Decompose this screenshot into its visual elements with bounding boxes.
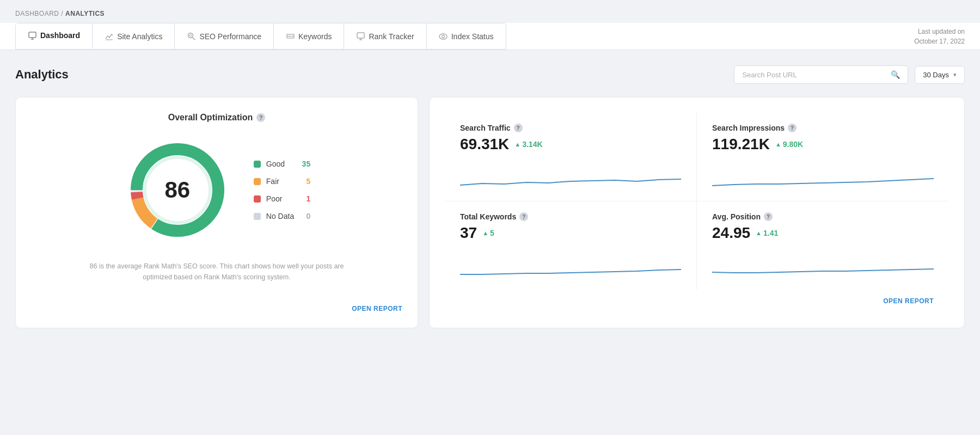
days-filter-dropdown[interactable]: 30 Days ▾: [915, 66, 965, 84]
legend-item-good: Good 35: [254, 160, 310, 168]
days-filter-label: 30 Days: [923, 71, 949, 79]
search-url-box[interactable]: 🔍: [734, 65, 908, 84]
tabs-container: Dashboard Site Analytics SEO Performance: [15, 23, 506, 50]
cards-row: Overall Optimization ?: [15, 97, 965, 328]
legend-item-nodata: No Data 0: [254, 212, 310, 220]
search-traffic-sparkline: [460, 161, 681, 188]
list-icon: [286, 32, 295, 41]
optimization-legend: Good 35 Fair 5 Poor 1 N: [254, 160, 310, 220]
tab-index-status[interactable]: Index Status: [427, 23, 506, 49]
poor-count: 1: [299, 194, 310, 203]
search-impressions-help-icon[interactable]: ?: [788, 124, 797, 132]
search-impressions-delta: ▲ 9.80K: [775, 140, 803, 149]
breadcrumb-separator: /: [61, 10, 63, 17]
fair-dot: [254, 178, 261, 185]
svg-rect-0: [29, 32, 36, 38]
page-title: Analytics: [15, 68, 69, 82]
legend-item-poor: Poor 1: [254, 194, 310, 203]
fair-count: 5: [299, 177, 310, 186]
monitor2-icon: [356, 32, 365, 41]
tab-index-status-label: Index Status: [451, 32, 494, 41]
avg-position-sparkline: [712, 249, 934, 277]
tab-seo-performance-label: SEO Performance: [199, 32, 261, 41]
total-keywords-label: Total Keywords ?: [460, 212, 681, 221]
open-report-right-button[interactable]: OPEN REPORT: [445, 290, 949, 313]
good-count: 35: [299, 160, 310, 168]
legend-item-fair: Fair 5: [254, 177, 310, 186]
eye-icon: [439, 32, 448, 41]
metrics-grid: Search Traffic ? 69.31K ▲ 3.14K: [445, 113, 949, 290]
chevron-down-icon: ▾: [953, 71, 957, 78]
svg-line-5: [192, 38, 195, 40]
fair-label: Fair: [266, 177, 294, 186]
metrics-card: Search Traffic ? 69.31K ▲ 3.14K: [429, 97, 965, 328]
good-dot: [254, 161, 261, 168]
chart-legend-row: 86 Good 35 Fair 5: [123, 136, 310, 244]
up-arrow-icon: ▲: [482, 230, 488, 236]
good-label: Good: [266, 160, 294, 168]
svg-point-6: [189, 34, 192, 36]
total-keywords-help-icon[interactable]: ?: [519, 212, 528, 221]
search-traffic-delta: ▲ 3.14K: [514, 140, 542, 149]
search-impressions-label: Search Impressions ?: [712, 124, 934, 132]
up-arrow-icon: ▲: [775, 141, 781, 148]
svg-point-16: [442, 35, 444, 38]
metric-avg-position: Avg. Position ? 24.95 ▲ 1.41: [697, 201, 949, 290]
breadcrumb: DASHBOARD / ANALYTICS: [0, 0, 980, 23]
up-arrow-icon: ▲: [756, 230, 762, 236]
tab-dashboard-label: Dashboard: [40, 31, 80, 40]
search-url-input[interactable]: [742, 71, 886, 79]
metric-search-impressions: Search Impressions ? 119.21K ▲ 9.80K: [697, 113, 949, 201]
avg-position-help-icon[interactable]: ?: [764, 212, 773, 221]
optimization-help-icon[interactable]: ?: [256, 113, 265, 122]
last-updated-label: Last updated on: [914, 27, 965, 36]
tab-dashboard[interactable]: Dashboard: [16, 23, 93, 49]
avg-position-value: 24.95 ▲ 1.41: [712, 224, 934, 242]
breadcrumb-parent[interactable]: DASHBOARD: [15, 10, 59, 17]
tab-rank-tracker[interactable]: Rank Tracker: [344, 23, 426, 49]
analytics-header: Analytics 🔍 30 Days ▾: [15, 65, 965, 84]
poor-label: Poor: [266, 194, 294, 203]
metric-total-keywords: Total Keywords ? 37 ▲ 5: [445, 201, 697, 290]
breadcrumb-current: ANALYTICS: [65, 10, 105, 17]
avg-position-label: Avg. Position ?: [712, 212, 934, 221]
svg-rect-12: [357, 33, 364, 38]
search-traffic-help-icon[interactable]: ?: [514, 124, 523, 132]
optimization-card: Overall Optimization ?: [15, 97, 418, 328]
monitor-icon: [28, 31, 36, 40]
avg-position-delta: ▲ 1.41: [756, 229, 778, 237]
search-impressions-sparkline: [712, 161, 934, 188]
chart-icon: [105, 32, 113, 41]
nodata-label: No Data: [266, 212, 294, 220]
search-impressions-value: 119.21K ▲ 9.80K: [712, 136, 934, 153]
total-keywords-sparkline: [460, 249, 681, 277]
tab-bar: Dashboard Site Analytics SEO Performance: [0, 23, 980, 50]
optimization-score: 86: [164, 177, 190, 203]
total-keywords-delta: ▲ 5: [482, 229, 494, 237]
tab-keywords-label: Keywords: [298, 32, 332, 41]
donut-chart: 86: [123, 136, 232, 244]
metric-search-traffic: Search Traffic ? 69.31K ▲ 3.14K: [445, 113, 697, 201]
nodata-count: 0: [299, 212, 310, 220]
poor-dot: [254, 195, 261, 203]
open-report-button[interactable]: OPEN REPORT: [352, 295, 402, 313]
analytics-controls: 🔍 30 Days ▾: [734, 65, 965, 84]
total-keywords-value: 37 ▲ 5: [460, 224, 681, 242]
search-icon: 🔍: [891, 70, 900, 79]
tab-site-analytics[interactable]: Site Analytics: [93, 23, 175, 49]
last-updated: Last updated on October 17, 2022: [914, 23, 965, 50]
nodata-dot: [254, 213, 261, 220]
tab-seo-performance[interactable]: SEO Performance: [175, 23, 274, 49]
tab-keywords[interactable]: Keywords: [274, 23, 344, 49]
up-arrow-icon: ▲: [514, 141, 520, 148]
optimization-note: 86 is the average Rank Math's SEO score.…: [81, 261, 353, 283]
last-updated-date: October 17, 2022: [914, 36, 965, 46]
search-traffic-label: Search Traffic ?: [460, 124, 681, 132]
search-traffic-value: 69.31K ▲ 3.14K: [460, 136, 681, 153]
tab-site-analytics-label: Site Analytics: [117, 32, 162, 41]
tab-rank-tracker-label: Rank Tracker: [369, 32, 414, 41]
optimization-title: Overall Optimization ?: [168, 113, 266, 122]
seo-icon: [187, 32, 195, 41]
main-content: Analytics 🔍 30 Days ▾ Overall Optimizati…: [0, 50, 980, 339]
svg-point-15: [439, 34, 447, 39]
